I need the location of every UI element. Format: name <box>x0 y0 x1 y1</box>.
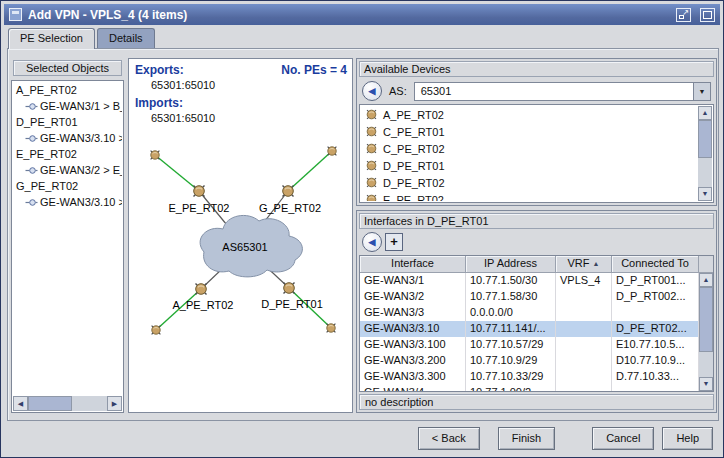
table-row[interactable]: GE-WAN3/4 10.77.1.00/2... <box>360 385 699 391</box>
ce-node-icon[interactable] <box>151 151 160 160</box>
ce-pe-link <box>155 155 199 191</box>
as-combobox[interactable]: 65301 ▼ <box>414 82 711 101</box>
pe-node-icon[interactable] <box>194 186 205 197</box>
scroll-up-icon[interactable]: ▲ <box>699 273 713 287</box>
scroll-right-icon[interactable]: ▶ <box>107 396 122 411</box>
column-header-connected-to[interactable]: Connected To <box>612 256 699 273</box>
plus-icon[interactable]: + <box>385 233 403 251</box>
table-cell: 10.77.10.9/29 <box>466 353 556 369</box>
ce-node-icon[interactable] <box>152 326 161 335</box>
table-row[interactable]: GE-WAN3/3.200 10.77.10.9/29 D10.77.10.9.… <box>360 353 699 369</box>
tree-horizontal-scrollbar[interactable]: ◀ ▶ <box>13 396 122 411</box>
ce-node-icon[interactable] <box>327 324 336 333</box>
tree-item-device[interactable]: G_PE_RT02 <box>13 178 122 194</box>
scrollbar-track[interactable] <box>28 396 107 411</box>
table-scrollbar[interactable]: ▲ ▼ <box>699 273 713 391</box>
pe-node-icon[interactable] <box>196 284 207 295</box>
table-cell: GE-WAN3/3.100 <box>360 337 466 353</box>
device-list-scrollbar[interactable]: ▲ ▼ <box>698 106 712 201</box>
tree-item-interface[interactable]: GE-WAN3/3.10 > <box>13 130 122 146</box>
device-list-item[interactable]: A_PE_RT02 <box>361 106 698 123</box>
titlebar: Add VPN - VPLS_4 (4 items) ↗ <box>4 4 720 25</box>
table-header-row: Interface IP Address VRF ▲ Connected To <box>360 256 713 273</box>
scrollbar-thumb[interactable] <box>698 120 712 158</box>
table-row-selected[interactable]: GE-WAN3/3.10 10.77.11.141/... D_PE_RT02.… <box>360 321 699 337</box>
scroll-up-icon[interactable]: ▲ <box>698 106 712 120</box>
device-list-item[interactable]: C_PE_RT02 <box>361 140 698 157</box>
sort-ascending-icon: ▲ <box>593 260 600 267</box>
tree-item-interface[interactable]: GE-WAN3/1 > B_I <box>13 98 122 114</box>
back-button[interactable]: < Back <box>418 427 480 450</box>
tab-content: Selected Objects A_PE_RT02 GE-WAN3/1 > B… <box>7 48 719 421</box>
tree-item-label: D_PE_RT01 <box>16 116 78 128</box>
available-devices-title: Available Devices <box>359 61 714 77</box>
device-list-item[interactable]: E_PE_RT02 <box>361 191 698 201</box>
table-cell: GE-WAN3/3 <box>360 305 466 321</box>
back-arrow-icon[interactable]: ◀ <box>362 232 382 252</box>
tree-item-interface[interactable]: GE-WAN3/2 > E_[ <box>13 162 122 178</box>
scroll-left-icon[interactable]: ◀ <box>13 396 28 411</box>
device-name: D_PE_RT02 <box>383 177 445 189</box>
pe-node-label: D_PE_RT01 <box>261 298 323 310</box>
scrollbar-thumb[interactable] <box>699 287 713 352</box>
tab-pe-selection[interactable]: PE Selection <box>8 28 95 49</box>
table-row[interactable]: GE-WAN3/3 0.0.0.0/0 <box>360 305 699 321</box>
device-list-item[interactable]: D_PE_RT01 <box>361 157 698 174</box>
table-cell: 10.77.1.58/30 <box>466 289 556 305</box>
device-list-item[interactable]: C_PE_RT01 <box>361 123 698 140</box>
table-cell: GE-WAN3/1 <box>360 273 466 289</box>
interface-description-status: no description <box>359 394 714 410</box>
scroll-down-icon[interactable]: ▼ <box>699 377 713 391</box>
table-cell: D_P_RT002... <box>612 289 699 305</box>
pe-node-label: A_PE_RT02 <box>173 299 234 311</box>
tree-item-device[interactable]: E_PE_RT02 <box>13 146 122 162</box>
scrollbar-thumb[interactable] <box>28 396 72 411</box>
tree-item-device[interactable]: D_PE_RT01 <box>13 114 122 130</box>
tab-details[interactable]: Details <box>97 28 155 48</box>
table-cell: 10.77.1.00/2... <box>466 385 556 391</box>
table-row[interactable]: GE-WAN3/3.300 10.77.10.33/29 D.77.10.33.… <box>360 369 699 385</box>
table-cell <box>612 385 699 391</box>
device-list-item[interactable]: D_PE_RT02 <box>361 174 698 191</box>
column-header-vrf[interactable]: VRF ▲ <box>556 256 612 273</box>
tree-item-label: A_PE_RT02 <box>16 84 77 96</box>
router-icon <box>365 125 378 138</box>
interface-branch-icon <box>25 132 38 145</box>
tab-bar: PE Selection Details <box>8 28 155 49</box>
scroll-down-icon[interactable]: ▼ <box>698 187 712 201</box>
interface-branch-icon <box>25 164 38 177</box>
help-button[interactable]: Help <box>662 427 713 450</box>
chevron-down-icon[interactable]: ▼ <box>693 83 710 100</box>
pe-node-icon[interactable] <box>284 283 295 294</box>
column-header-ip-address[interactable]: IP Address <box>466 256 556 273</box>
table-row[interactable]: GE-WAN3/3.100 10.77.10.57/29 E10.77.10.5… <box>360 337 699 353</box>
router-icon <box>365 108 378 121</box>
back-arrow-icon[interactable]: ◀ <box>362 81 382 101</box>
maximize-window-button[interactable] <box>700 8 715 22</box>
ce-node-icon[interactable] <box>328 147 337 156</box>
table-row[interactable]: GE-WAN3/2 10.77.1.58/30 D_P_RT002... <box>360 289 699 305</box>
detach-window-button[interactable]: ↗ <box>676 8 691 22</box>
table-cell: GE-WAN3/3.300 <box>360 369 466 385</box>
column-header-interface[interactable]: Interface <box>360 256 466 273</box>
scrollbar-track[interactable] <box>699 287 713 377</box>
tree-item-interface[interactable]: GE-WAN3/3.10 > <box>13 194 122 210</box>
scrollbar-track[interactable] <box>698 120 712 187</box>
as-combobox-value: 65301 <box>415 83 693 100</box>
tree-item-label: GE-WAN3/3.10 > <box>40 130 122 146</box>
tree-item-device[interactable]: A_PE_RT02 <box>13 82 122 98</box>
selected-objects-panel: Selected Objects A_PE_RT02 GE-WAN3/1 > B… <box>11 58 124 413</box>
finish-button[interactable]: Finish <box>498 427 555 450</box>
table-cell: VPLS_4 <box>556 273 612 289</box>
router-icon <box>365 159 378 172</box>
pe-node-label: G_PE_RT02 <box>259 202 321 214</box>
table-row[interactable]: GE-WAN3/1 10.77.1.50/30 VPLS_4 D_P_RT001… <box>360 273 699 289</box>
tree-item-label: GE-WAN3/2 > E_[ <box>40 162 122 178</box>
column-header-vrf-label: VRF <box>568 257 590 269</box>
table-cell: D_P_RT001... <box>612 273 699 289</box>
pe-node-icon[interactable] <box>283 186 294 197</box>
selected-objects-tree: A_PE_RT02 GE-WAN3/1 > B_I D_PE_RT01 GE-W… <box>11 80 124 413</box>
router-icon <box>365 176 378 189</box>
cancel-button[interactable]: Cancel <box>592 427 654 450</box>
router-icon <box>365 142 378 155</box>
